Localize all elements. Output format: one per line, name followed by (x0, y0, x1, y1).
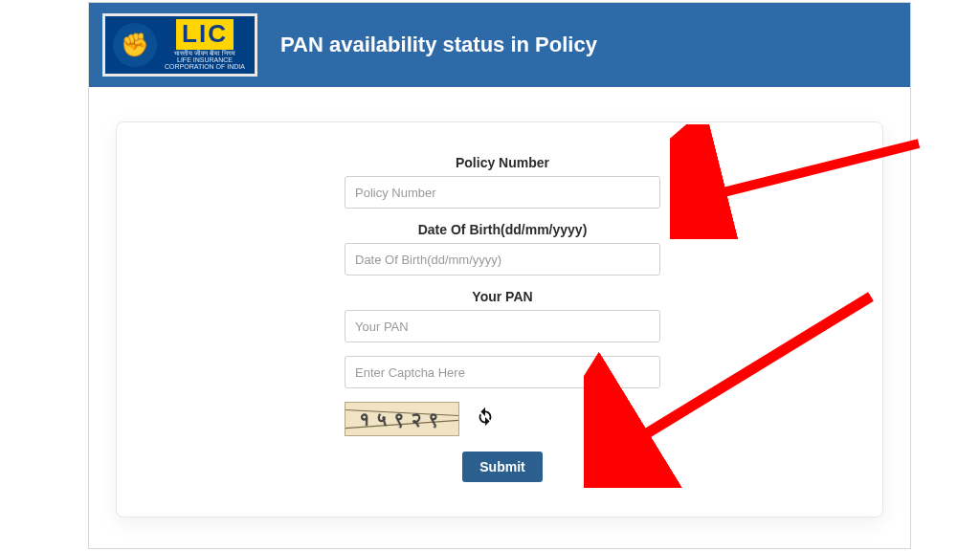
header-bar: ✊ LIC भारतीय जीवन बीमा निगम LIFE INSURAN… (89, 3, 910, 87)
form-card: Policy Number Date Of Birth(dd/mm/yyyy) … (116, 121, 883, 518)
captcha-input[interactable] (345, 356, 660, 388)
logo-tagline-bottom: LIFE INSURANCE CORPORATION OF INDIA (163, 56, 247, 71)
captcha-image: १५९२९ (345, 402, 459, 436)
page-title: PAN availability status in Policy (280, 33, 597, 57)
captcha-image-text: १५९२९ (345, 403, 458, 435)
policy-number-input[interactable] (345, 176, 660, 209)
hands-emblem-icon: ✊ (113, 23, 157, 67)
dob-label: Date Of Birth(dd/mm/yyyy) (345, 222, 660, 237)
dob-input[interactable] (345, 243, 660, 276)
policy-number-label: Policy Number (345, 155, 660, 170)
refresh-captcha-icon[interactable] (475, 406, 496, 432)
pan-input[interactable] (345, 310, 660, 342)
lic-logo: ✊ LIC भारतीय जीवन बीमा निगम LIFE INSURAN… (102, 13, 257, 77)
submit-button[interactable]: Submit (462, 452, 542, 482)
pan-label: Your PAN (345, 289, 660, 304)
logo-text: LIC (176, 19, 234, 49)
logo-tagline-top: भारतीय जीवन बीमा निगम (174, 50, 235, 56)
page-container: ✊ LIC भारतीय जीवन बीमा निगम LIFE INSURAN… (88, 2, 911, 549)
